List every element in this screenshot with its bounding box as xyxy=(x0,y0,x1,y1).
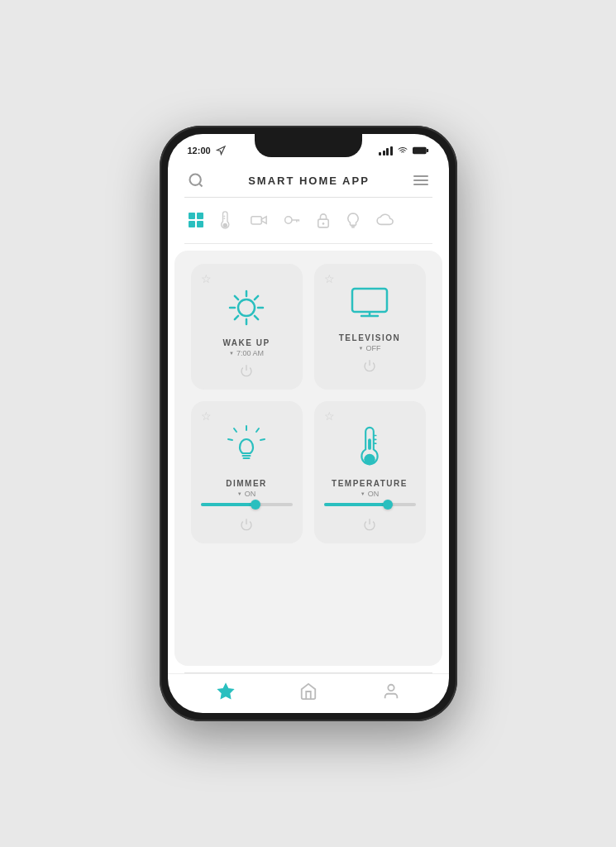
tab-thermometer[interactable] xyxy=(221,211,234,233)
svg-point-52 xyxy=(388,685,394,691)
search-icon[interactable] xyxy=(188,172,204,189)
svg-rect-3 xyxy=(426,149,428,152)
svg-rect-8 xyxy=(189,221,195,227)
main-content: ☆ WAKE xyxy=(174,251,442,666)
wifi-icon xyxy=(397,146,408,156)
svg-line-38 xyxy=(256,428,259,432)
wake-up-power[interactable] xyxy=(240,364,253,380)
svg-line-28 xyxy=(235,296,238,299)
phone-frame: 12:00 xyxy=(160,126,457,721)
television-card: ☆ TELEVISION OFF xyxy=(314,264,426,390)
thermometer-icon xyxy=(356,424,383,469)
notch xyxy=(255,134,362,157)
dimmer-slider[interactable] xyxy=(201,503,293,511)
temperature-power[interactable] xyxy=(363,518,376,534)
bulb-glow-icon xyxy=(226,424,267,469)
svg-line-29 xyxy=(255,316,258,319)
phone-screen: 12:00 xyxy=(168,134,449,713)
svg-line-40 xyxy=(234,428,236,432)
svg-point-20 xyxy=(322,223,324,225)
temperature-track xyxy=(324,503,416,506)
tab-camera[interactable] xyxy=(251,213,267,231)
icon-tabs xyxy=(168,198,449,240)
svg-line-31 xyxy=(235,316,238,319)
dimmer-card: ☆ xyxy=(191,401,303,543)
time-display: 12:00 xyxy=(188,146,211,156)
television-title: TELEVISION xyxy=(339,333,400,342)
temperature-thumb[interactable] xyxy=(383,500,393,510)
temperature-card: ☆ TEMPERATURE ON xyxy=(314,401,426,543)
temperature-fill xyxy=(324,503,389,506)
dimmer-power[interactable] xyxy=(240,518,253,534)
wake-up-star[interactable]: ☆ xyxy=(201,272,212,285)
svg-point-23 xyxy=(238,299,255,316)
svg-rect-9 xyxy=(197,221,203,227)
menu-icon[interactable] xyxy=(413,175,428,185)
svg-line-39 xyxy=(260,439,265,440)
temperature-status: ON xyxy=(361,490,379,498)
temperature-star[interactable]: ☆ xyxy=(324,409,335,423)
svg-rect-13 xyxy=(251,217,261,224)
nav-favorites[interactable] xyxy=(217,682,235,705)
tab-lock[interactable] xyxy=(317,212,330,232)
status-left: 12:00 xyxy=(188,146,226,156)
dimmer-thumb[interactable] xyxy=(251,500,260,510)
svg-marker-0 xyxy=(217,146,225,155)
wake-up-card: ☆ WAKE xyxy=(191,264,303,390)
television-status: OFF xyxy=(359,344,381,352)
svg-marker-51 xyxy=(217,684,232,698)
tab-bulb[interactable] xyxy=(346,212,360,232)
svg-rect-46 xyxy=(368,438,371,450)
svg-line-41 xyxy=(228,439,232,440)
television-power[interactable] xyxy=(363,359,376,375)
dimmer-status: ON xyxy=(237,490,255,498)
bottom-nav xyxy=(168,673,449,713)
app-title: SMART HOME APP xyxy=(248,175,370,187)
dimmer-title: DIMMER xyxy=(226,479,267,488)
svg-point-15 xyxy=(284,217,291,223)
svg-rect-33 xyxy=(352,289,387,312)
television-icon-area xyxy=(349,287,390,327)
svg-rect-6 xyxy=(189,213,195,219)
wake-up-status: 7:00 AM xyxy=(229,349,264,357)
temperature-icon-area xyxy=(356,424,383,472)
tv-icon xyxy=(349,287,390,323)
svg-point-45 xyxy=(364,454,375,466)
svg-line-30 xyxy=(255,296,258,299)
battery-icon xyxy=(413,146,429,156)
tab-cloud[interactable] xyxy=(376,213,394,231)
temperature-title: TEMPERATURE xyxy=(332,479,408,488)
signal-icon xyxy=(379,146,393,156)
nav-profile[interactable] xyxy=(382,682,400,705)
dimmer-icon-area xyxy=(226,424,267,472)
cards-grid: ☆ WAKE xyxy=(191,257,426,550)
svg-marker-14 xyxy=(261,217,266,223)
television-star[interactable]: ☆ xyxy=(324,272,335,285)
nav-home[interactable] xyxy=(299,682,318,705)
status-right xyxy=(379,146,429,156)
sun-icon xyxy=(226,287,267,328)
dimmer-fill xyxy=(201,503,256,506)
navigation-icon xyxy=(216,146,226,156)
tab-key[interactable] xyxy=(284,213,300,231)
svg-rect-2 xyxy=(413,147,427,154)
dimmer-star[interactable]: ☆ xyxy=(201,409,212,423)
wake-up-title: WAKE UP xyxy=(222,338,270,347)
tab-divider xyxy=(184,243,432,244)
svg-point-4 xyxy=(189,175,200,185)
temperature-slider[interactable] xyxy=(324,503,416,511)
dimmer-track xyxy=(201,503,293,506)
tab-grid[interactable] xyxy=(188,212,204,232)
wake-up-icon-area xyxy=(226,287,267,332)
svg-line-5 xyxy=(198,184,202,187)
app-header: SMART HOME APP xyxy=(168,164,449,197)
svg-rect-7 xyxy=(197,213,203,219)
svg-point-12 xyxy=(222,223,227,228)
